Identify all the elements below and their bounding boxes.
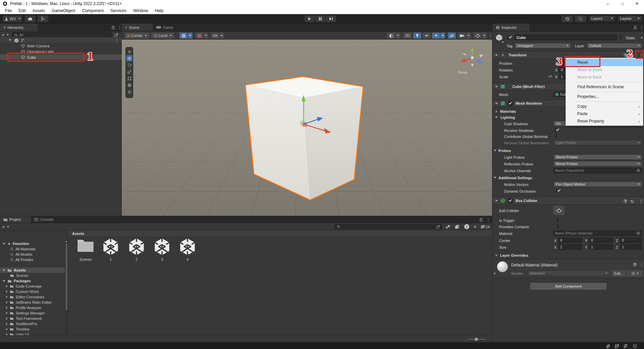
grid-snapping-toggle[interactable] xyxy=(179,33,187,39)
grid-snapping-dropdown[interactable] xyxy=(188,33,193,39)
audio-toggle[interactable] xyxy=(423,33,431,39)
lighting-toggle[interactable] xyxy=(413,33,421,39)
static-checkbox[interactable] xyxy=(621,35,621,40)
slider-thumb[interactable] xyxy=(475,338,478,341)
object-picker-icon[interactable] xyxy=(636,168,640,172)
layers-dropdown[interactable]: Layers xyxy=(589,15,615,21)
draw-mode-button[interactable] xyxy=(387,33,395,39)
tree-assets-row[interactable]: Assets xyxy=(0,267,65,273)
tab-console[interactable]: Console xyxy=(31,216,62,223)
kebab-menu-icon[interactable]: ⋮ xyxy=(115,38,119,42)
warning-filter-icon[interactable]: ! xyxy=(464,224,469,229)
size-x-input[interactable]: 1 xyxy=(558,244,582,250)
tab-project[interactable]: Project xyxy=(0,216,31,223)
hidden-count-eye-icon[interactable] xyxy=(480,225,485,229)
cache-disabled-icon[interactable] xyxy=(614,344,619,348)
receive-shadows-checkbox[interactable] xyxy=(555,128,556,132)
scene-orientation-gizmo[interactable] xyxy=(461,47,483,67)
menu-item-properties[interactable]: Properties... xyxy=(566,93,643,100)
maximize-button[interactable]: □ xyxy=(615,0,630,7)
cloud-button[interactable] xyxy=(25,15,36,22)
add-component-button[interactable]: Add Component xyxy=(530,283,606,290)
hierarchy-item-main-camera[interactable]: Main Camera xyxy=(0,43,122,49)
package-item[interactable]: Test Framework xyxy=(0,316,65,321)
menu-item[interactable]: Window xyxy=(130,8,151,13)
kebab-menu-icon[interactable]: ⋮ xyxy=(639,25,644,30)
menu-item[interactable]: File xyxy=(2,8,15,13)
help-icon[interactable]: ? xyxy=(633,262,637,267)
tool-handle-pivot-dropdown[interactable]: Center xyxy=(124,33,149,39)
package-item[interactable]: Code Coverage xyxy=(0,284,65,289)
shader-edit-button[interactable]: Edit... xyxy=(612,270,626,276)
asset-grid-item-prefab-1[interactable]: 1 xyxy=(100,237,121,261)
gameobject-name-input[interactable]: Cube xyxy=(515,35,617,40)
scroll-up-icon[interactable] xyxy=(65,241,67,242)
selected-cube-mesh[interactable] xyxy=(122,40,492,216)
center-x-input[interactable]: 0 xyxy=(558,238,582,243)
probes-foldout[interactable]: Probes xyxy=(492,148,644,153)
layer-overrides-foldout[interactable]: Layer Overrides xyxy=(492,252,644,258)
undo-history-button[interactable] xyxy=(561,15,573,22)
draw-mode-dropdown[interactable] xyxy=(396,33,400,39)
tab-game[interactable]: Game xyxy=(153,23,181,31)
package-item[interactable]: Custom NUnit xyxy=(0,289,65,294)
effects-dropdown[interactable] xyxy=(440,33,445,39)
menu-item[interactable]: Help xyxy=(152,8,166,13)
expand-arrow-icon[interactable] xyxy=(495,54,498,56)
kebab-menu-icon[interactable]: ⋮ xyxy=(639,199,643,203)
favorites-item[interactable]: All Materials xyxy=(0,246,65,252)
menu-item[interactable]: Edit xyxy=(15,8,29,13)
favorites-item[interactable]: All Models xyxy=(0,252,65,257)
thumbnail-zoom-slider[interactable] xyxy=(467,339,485,340)
scene-viewport[interactable]: Persp xyxy=(122,40,492,216)
favorites-star-icon[interactable]: ★ xyxy=(473,224,477,229)
lock-icon[interactable] xyxy=(111,25,115,30)
rotate-tool[interactable] xyxy=(126,62,132,68)
debugger-disabled-icon[interactable] xyxy=(606,344,610,348)
material-list-button[interactable] xyxy=(627,270,643,276)
layer-dropdown[interactable]: Default xyxy=(587,43,642,48)
tree-scenes-row[interactable]: Scenes xyxy=(0,273,65,278)
box-collider-enabled-checkbox[interactable] xyxy=(508,198,513,203)
tree-packages-row[interactable]: Packages xyxy=(0,278,65,284)
grid-visual-toggle[interactable] xyxy=(195,33,203,39)
lock-icon[interactable] xyxy=(633,25,637,30)
popout-icon[interactable] xyxy=(436,225,440,229)
expand-arrow-icon[interactable] xyxy=(9,39,11,41)
package-item[interactable]: TextMeshPro xyxy=(0,321,65,327)
motion-vectors-dropdown[interactable]: Per Object Motion xyxy=(553,182,642,187)
center-z-input[interactable]: 0 xyxy=(620,238,642,243)
expand-arrow-icon[interactable] xyxy=(495,103,498,104)
favorites-item[interactable]: All Prefabs xyxy=(0,257,65,262)
menu-item-copy[interactable]: Copy› xyxy=(566,103,643,110)
size-y-input[interactable]: 1 xyxy=(589,244,613,250)
hidden-objects-toggle[interactable] xyxy=(448,33,456,39)
tag-dropdown[interactable]: Untagged xyxy=(515,43,571,48)
play-button[interactable] xyxy=(305,15,315,22)
tab-scene[interactable]: # Scene xyxy=(122,23,153,31)
account-dropdown[interactable]: WX xyxy=(3,15,22,22)
edit-collider-button[interactable] xyxy=(553,206,564,215)
search-by-label-icon[interactable] xyxy=(455,225,460,229)
package-item[interactable]: Editor Coroutines xyxy=(0,294,65,300)
light-probes-dropdown[interactable]: Blend Probes xyxy=(553,154,642,160)
asset-grid-item-scenes[interactable]: Scenes xyxy=(75,238,96,261)
kebab-menu-icon[interactable]: ⋮ xyxy=(117,25,122,30)
provides-contacts-checkbox[interactable] xyxy=(558,224,558,229)
menu-item-reset-property[interactable]: Reset Property› xyxy=(566,117,643,125)
scrollbar-thumb[interactable] xyxy=(66,243,67,310)
create-add-button[interactable]: + xyxy=(2,224,9,230)
material-foldout-arrow-icon[interactable] xyxy=(494,272,496,275)
close-button[interactable]: × xyxy=(630,0,644,7)
move-tool[interactable] xyxy=(126,55,132,61)
link-broken-icon[interactable] xyxy=(548,74,552,79)
minimize-button[interactable]: – xyxy=(600,0,615,7)
static-dropdown[interactable] xyxy=(641,37,643,39)
physic-material-field[interactable]: None (Physic Material) xyxy=(553,231,642,236)
hierarchy-search-input[interactable]: All xyxy=(12,32,112,38)
2d-toggle[interactable]: 2D xyxy=(403,33,412,39)
layout-dropdown[interactable]: Layout xyxy=(618,15,642,21)
menu-item[interactable]: GameObject xyxy=(49,8,78,13)
favorites-foldout[interactable]: ★ Favorites xyxy=(0,241,65,246)
custom-tool[interactable] xyxy=(126,89,132,95)
